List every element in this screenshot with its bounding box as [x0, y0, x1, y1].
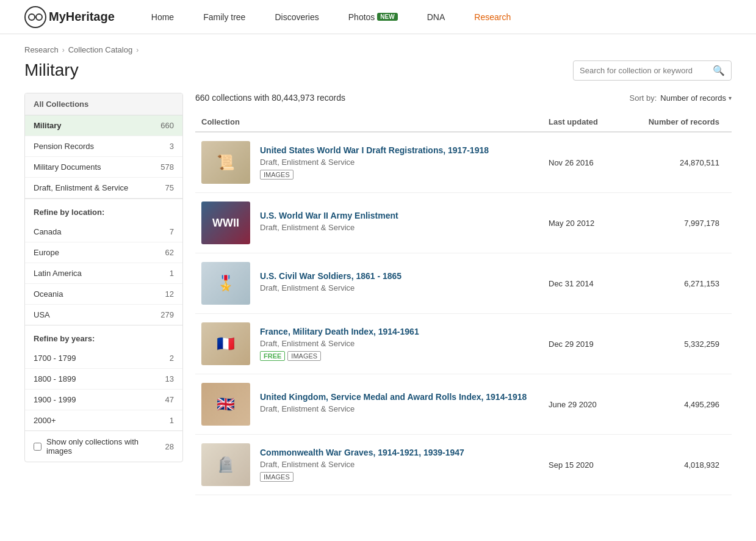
sidebar-item-1900[interactable]: 1900 - 1999 47	[25, 390, 182, 410]
collection-thumb-1: WWII	[201, 202, 250, 244]
collection-title-1[interactable]: U.S. World War II Army Enlistment	[260, 211, 549, 220]
location-usa-count: 279	[160, 310, 174, 319]
year-2000-count: 1	[170, 416, 174, 425]
nav-research[interactable]: Research	[474, 12, 511, 22]
collection-thumb-5: 🪦	[201, 443, 250, 486]
location-europe-label: Europe	[34, 248, 59, 257]
thumb-icon-5: 🪦	[201, 443, 250, 486]
collection-title-4[interactable]: United Kingdom, Service Medal and Award …	[260, 392, 549, 402]
collection-date-5: Sep 15 2020	[549, 460, 628, 470]
nav-photos[interactable]: Photos NEW	[348, 12, 398, 22]
collection-subtitle-1: Draft, Enlistment & Service	[260, 223, 549, 232]
collection-subtitle-3: Draft, Enlistment & Service	[260, 339, 549, 348]
search-input[interactable]	[580, 66, 713, 75]
sidebar-item-military-docs[interactable]: Military Documents 578	[25, 157, 182, 178]
collection-title-5[interactable]: Commonwealth War Graves, 1914-1921, 1939…	[260, 448, 549, 457]
sidebar-item-pension[interactable]: Pension Records 3	[25, 136, 182, 157]
nav-family-tree[interactable]: Family tree	[203, 12, 245, 22]
sidebar-item-latin-america[interactable]: Latin America 1	[25, 263, 182, 284]
nav-home[interactable]: Home	[151, 12, 174, 22]
collection-date-4: June 29 2020	[549, 400, 628, 409]
sidebar: All Collections Military 660 Pension Rec…	[24, 93, 183, 495]
sidebar-item-usa[interactable]: USA 279	[25, 305, 182, 325]
year-2000-label: 2000+	[34, 416, 56, 425]
collection-date-1: May 20 2012	[549, 219, 628, 228]
refine-years-title: Refine by years:	[25, 325, 182, 348]
sidebar-item-count-pension: 3	[170, 142, 174, 151]
col-header-num-records: Number of records	[628, 117, 725, 126]
breadcrumb-collection-catalog[interactable]: Collection Catalog	[68, 45, 133, 54]
chevron-down-icon: ▾	[729, 95, 732, 101]
collection-thumb-2: 🎖️	[201, 262, 250, 305]
year-1900-label: 1900 - 1999	[34, 395, 76, 404]
content-header: 660 collections with 80,443,973 records …	[195, 93, 732, 109]
collection-count-1: 7,997,178	[628, 219, 725, 228]
nav-dna[interactable]: DNA	[427, 12, 445, 22]
sidebar-item-label-military-docs: Military Documents	[34, 162, 101, 172]
col-header-collection: Collection	[201, 117, 549, 126]
collection-title-3[interactable]: France, Military Death Index, 1914-1961	[260, 327, 549, 336]
collection-count-3: 5,332,259	[628, 339, 725, 349]
search-icon: 🔍	[713, 65, 725, 76]
sidebar-item-canada[interactable]: Canada 7	[25, 222, 182, 242]
table-row: 🇬🇧 United Kingdom, Service Medal and Awa…	[195, 374, 732, 435]
table-row: 🎖️ U.S. Civil War Soldiers, 1861 - 1865 …	[195, 253, 732, 314]
collection-title-0[interactable]: United States World War I Draft Registra…	[260, 145, 549, 155]
sidebar-item-draft[interactable]: Draft, Enlistment & Service 75	[25, 178, 182, 198]
breadcrumb-sep-1: ›	[62, 46, 65, 54]
year-1900-count: 47	[165, 395, 174, 404]
sort-area: Sort by: Number of records ▾	[630, 93, 732, 103]
collection-title-2[interactable]: U.S. Civil War Soldiers, 1861 - 1865	[260, 271, 549, 281]
year-1700-count: 2	[170, 354, 174, 363]
location-canada-count: 7	[170, 227, 174, 236]
location-latin-label: Latin America	[34, 269, 82, 278]
tag-images-5: IMAGES	[260, 472, 293, 482]
sidebar-item-count-draft: 75	[165, 183, 174, 192]
location-latin-count: 1	[170, 269, 174, 278]
sort-value: Number of records	[660, 93, 726, 103]
collection-date-2: Dec 31 2014	[549, 279, 628, 288]
collection-tags-0: IMAGES	[260, 170, 549, 180]
sidebar-item-1700[interactable]: 1700 - 1799 2	[25, 348, 182, 369]
table-row: 🪦 Commonwealth War Graves, 1914-1921, 19…	[195, 435, 732, 495]
collection-thumb-4: 🇬🇧	[201, 383, 250, 426]
collection-count-5: 4,018,932	[628, 460, 725, 470]
col-header-last-updated: Last updated	[549, 117, 628, 126]
location-usa-label: USA	[34, 310, 50, 319]
thumb-icon-3: 🇫🇷	[201, 322, 250, 365]
sort-dropdown[interactable]: Number of records ▾	[660, 93, 732, 103]
sidebar-item-label-pension: Pension Records	[34, 142, 94, 151]
breadcrumb-sep-2: ›	[136, 46, 139, 54]
location-oceania-label: Oceania	[34, 289, 63, 299]
navbar: MyHeritage Home Family tree Discoveries …	[0, 0, 756, 34]
collection-count-4: 4,495,296	[628, 400, 725, 409]
sort-label: Sort by:	[630, 93, 657, 103]
breadcrumb-research[interactable]: Research	[24, 45, 59, 54]
sidebar-all-collections: All Collections	[25, 93, 182, 115]
images-checkbox-row: Show only collections with images 28	[25, 431, 182, 462]
sidebar-item-europe[interactable]: Europe 62	[25, 242, 182, 263]
sidebar-item-2000[interactable]: 2000+ 1	[25, 410, 182, 430]
sidebar-item-military[interactable]: Military 660	[25, 115, 182, 136]
images-only-checkbox[interactable]	[34, 443, 41, 451]
content-area: 660 collections with 80,443,973 records …	[195, 93, 732, 495]
sidebar-item-oceania[interactable]: Oceania 12	[25, 284, 182, 305]
sidebar-item-count-military: 660	[160, 121, 174, 130]
breadcrumb: Research › Collection Catalog ›	[0, 34, 756, 58]
table-row: 📜 United States World War I Draft Regist…	[195, 133, 732, 193]
collection-subtitle-2: Draft, Enlistment & Service	[260, 283, 549, 292]
images-section: Show only collections with images 28	[25, 430, 182, 462]
logo[interactable]: MyHeritage	[24, 6, 115, 28]
nav-discoveries[interactable]: Discoveries	[275, 12, 319, 22]
tag-images-0: IMAGES	[260, 170, 293, 180]
sidebar-item-1800[interactable]: 1800 - 1899 13	[25, 369, 182, 390]
images-only-count: 28	[165, 442, 174, 451]
collection-subtitle-0: Draft, Enlistment & Service	[260, 158, 549, 167]
thumb-icon-2: 🎖️	[201, 262, 250, 305]
thumb-icon-1: WWII	[201, 202, 250, 244]
nav-links: Home Family tree Discoveries Photos NEW …	[151, 12, 732, 22]
search-box[interactable]: 🔍	[573, 60, 732, 81]
new-badge: NEW	[377, 13, 397, 21]
sidebar-section: All Collections Military 660 Pension Rec…	[24, 93, 183, 462]
collection-info-1: U.S. World War II Army Enlistment Draft,…	[260, 211, 549, 235]
